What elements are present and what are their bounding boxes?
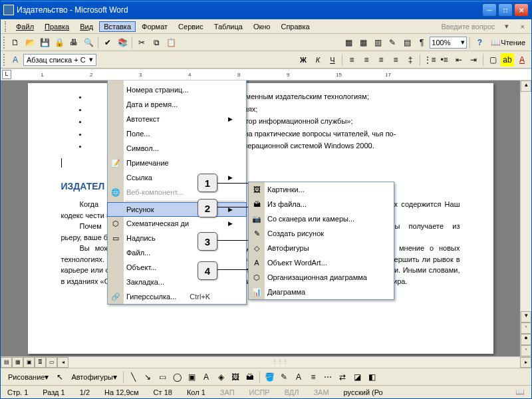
outline-view-button[interactable]: ≣: [35, 357, 46, 368]
wordart-button[interactable]: A: [200, 370, 213, 384]
menu-view[interactable]: Вид: [75, 21, 98, 32]
menubar-caret[interactable]: ▾: [502, 22, 511, 31]
align-right-button[interactable]: ≡: [374, 53, 388, 66]
help-button[interactable]: ?: [473, 36, 486, 49]
insert-menu-item[interactable]: 📝Примечание: [108, 156, 246, 170]
normal-view-button[interactable]: ▤: [1, 357, 12, 368]
cut-button[interactable]: ✂: [135, 36, 148, 49]
para-button[interactable]: ¶: [415, 36, 428, 49]
open-button[interactable]: 📂: [23, 36, 37, 49]
dashstyle-button[interactable]: ⋯: [321, 370, 334, 384]
excel-button[interactable]: ▦: [356, 36, 370, 49]
linecolor-button[interactable]: ✎: [277, 370, 291, 384]
insert-menu-item[interactable]: Закладка...: [108, 275, 246, 289]
align-left-button[interactable]: ≡: [345, 53, 358, 66]
bold-button[interactable]: Ж: [297, 53, 310, 66]
picture-menu-item[interactable]: 📷Со сканера или камеры...: [249, 211, 394, 226]
textbox-button[interactable]: ▣: [185, 370, 198, 384]
browse-object-button[interactable]: ●: [521, 334, 531, 345]
close-button[interactable]: ✕: [514, 3, 529, 17]
diagram-button[interactable]: ◈: [214, 370, 227, 384]
print-button[interactable]: 🖶: [67, 36, 80, 49]
select-button[interactable]: ↖: [53, 370, 66, 384]
status-trk[interactable]: ИСПР: [247, 388, 273, 396]
menu-insert[interactable]: Вставка: [99, 21, 136, 32]
insert-menu-item[interactable]: Дата и время...: [108, 97, 246, 112]
scroll-down-button[interactable]: ▾: [521, 311, 531, 323]
research-button[interactable]: 📚: [116, 36, 129, 49]
menu-format[interactable]: Формат: [137, 21, 172, 32]
styles-button[interactable]: A: [9, 53, 22, 66]
indent-button[interactable]: ⇥: [467, 53, 480, 66]
menu-help[interactable]: Справка: [276, 21, 314, 32]
new-doc-button[interactable]: 🗋: [9, 36, 22, 49]
drawing-button[interactable]: ✎: [386, 36, 399, 49]
paste-button[interactable]: 📋: [164, 36, 178, 49]
tab-selector[interactable]: L: [2, 70, 11, 79]
picture-menu-item[interactable]: ⬡Организационная диаграмма: [249, 270, 394, 285]
picture-menu-item[interactable]: AОбъект WordArt...: [249, 255, 394, 270]
permission-button[interactable]: 🔒: [53, 36, 66, 49]
vertical-scrollbar[interactable]: ▴ ▾ ◦ ● ◦: [520, 80, 531, 356]
fontcolor-button[interactable]: A: [292, 370, 305, 384]
line-button[interactable]: ╲: [126, 370, 140, 384]
menu-table[interactable]: Таблица: [209, 21, 247, 32]
border-button[interactable]: ▢: [486, 53, 499, 66]
picture-menu-item[interactable]: ✎Создать рисунок: [249, 226, 394, 241]
style-combo[interactable]: Абзац списка + С▾: [23, 54, 96, 66]
insert-menu-item[interactable]: Файл...: [108, 245, 246, 260]
scroll-grip-icon[interactable]: ⋮⋮⋮: [272, 358, 288, 364]
doc-close-button[interactable]: ×: [518, 23, 527, 31]
help-search[interactable]: Введите вопрос: [441, 23, 495, 31]
menu-file[interactable]: Файл: [11, 21, 39, 32]
outdent-button[interactable]: ⇤: [452, 53, 466, 66]
picture-menu-item[interactable]: 📊Диаграмма: [249, 285, 394, 299]
arrow-button[interactable]: ↘: [141, 370, 154, 384]
save-button[interactable]: 💾: [38, 36, 51, 49]
spell-button[interactable]: ✔: [101, 36, 114, 49]
insert-menu-item[interactable]: Автотекст▶: [108, 112, 246, 126]
insert-menu-item[interactable]: Номера страниц...: [108, 82, 246, 97]
insert-menu-item[interactable]: Поле...: [108, 126, 246, 141]
preview-button[interactable]: 🔍: [82, 36, 95, 49]
highlight-button[interactable]: ab: [501, 53, 514, 66]
picture-menu-item[interactable]: 🏔Из файла...: [249, 197, 394, 211]
align-justify-button[interactable]: ≡: [389, 53, 402, 66]
linespace-button[interactable]: ‡: [404, 53, 417, 66]
horizontal-scrollbar[interactable]: ▤ ▦ ▣ ≣ ▭ ◂ ⋮⋮⋮ ▸: [1, 356, 531, 368]
tables-button[interactable]: ▦: [342, 36, 355, 49]
picture-menu-item[interactable]: ◇Автофигуры: [249, 241, 394, 255]
horizontal-ruler[interactable]: L 12 34 89 1517: [1, 68, 531, 80]
menu-tools[interactable]: Сервис: [174, 21, 208, 32]
insert-menu-item[interactable]: Символ...: [108, 141, 246, 156]
print-view-button[interactable]: ▣: [23, 357, 35, 368]
menu-edit[interactable]: Правка: [40, 21, 74, 32]
numlist-button[interactable]: ⋮≡: [423, 53, 436, 66]
scroll-up-button[interactable]: ▴: [521, 80, 531, 92]
web-view-button[interactable]: ▦: [12, 357, 23, 368]
picture-menu-item[interactable]: 🖼Картинки...: [249, 182, 394, 197]
underline-button[interactable]: Ч: [326, 53, 339, 66]
insert-menu-item[interactable]: ▭Надпись: [108, 231, 246, 245]
status-rec[interactable]: ЗАП: [217, 388, 237, 396]
docmap-button[interactable]: ▤: [400, 36, 414, 49]
insert-menu-item[interactable]: Объект...: [108, 260, 246, 275]
insert-menu-item[interactable]: Рисунок▶: [107, 202, 247, 217]
align-center-button[interactable]: ≡: [360, 53, 373, 66]
minimize-button[interactable]: ─: [482, 3, 497, 17]
next-page-button[interactable]: ◦: [521, 345, 531, 356]
italic-button[interactable]: К: [311, 53, 325, 66]
scroll-right-button[interactable]: ▸: [520, 357, 531, 368]
prev-page-button[interactable]: ◦: [521, 323, 531, 334]
menu-window[interactable]: Окно: [249, 21, 275, 32]
columns-button[interactable]: ▥: [371, 36, 384, 49]
oval-button[interactable]: ◯: [170, 370, 184, 384]
status-ovr[interactable]: ЗАМ: [311, 388, 331, 396]
shadow-button[interactable]: ◪: [350, 370, 364, 384]
maximize-button[interactable]: □: [498, 3, 513, 17]
fontcolor-button[interactable]: A: [515, 53, 529, 66]
bullist-button[interactable]: •≡: [438, 53, 451, 66]
insert-menu-item[interactable]: 🌐Веб-компонент...: [108, 185, 246, 200]
linestyle-button[interactable]: ≡: [307, 370, 320, 384]
fillcolor-button[interactable]: 🪣: [263, 370, 276, 384]
